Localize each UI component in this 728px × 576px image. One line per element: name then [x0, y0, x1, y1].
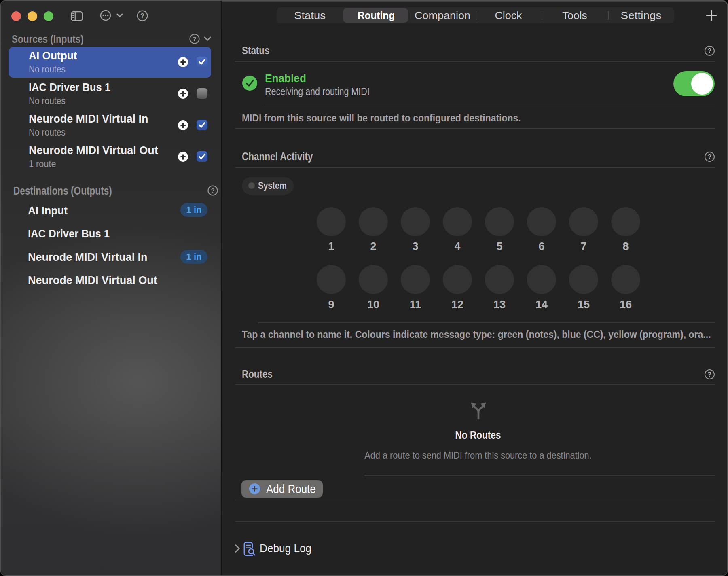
svg-text:?: ? — [140, 13, 144, 19]
svg-text:?: ? — [211, 187, 214, 194]
svg-text:?: ? — [193, 35, 196, 42]
